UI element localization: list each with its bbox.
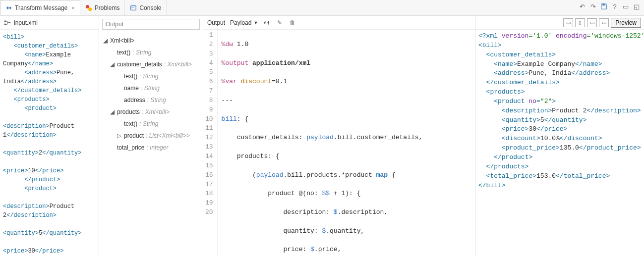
svg-rect-3 [132, 7, 134, 7]
help-icon[interactable]: ? [610, 2, 619, 11]
problems-icon [85, 4, 92, 11]
code-toolbar: Output Payload ▼ ✎ 🗑 [203, 16, 475, 30]
tab-label: Problems [95, 4, 120, 11]
layout-toggle-4[interactable]: ▭ [599, 18, 609, 27]
redo-icon[interactable]: ↷ [588, 2, 597, 11]
input-xml-content[interactable]: <bill> <customer_details> <name>Example … [0, 30, 99, 257]
layout-toggle-1[interactable]: ▭ [563, 18, 573, 27]
svg-rect-5 [4, 20, 6, 22]
save-icon[interactable] [599, 2, 608, 11]
value: Product 2 [552, 107, 586, 114]
input-filename: input.xml [14, 19, 38, 26]
preview-content[interactable]: <?xml version='1.0' encoding='windows-12… [475, 30, 644, 257]
layout-toggle-2[interactable]: ▯ [575, 18, 585, 27]
tree-node[interactable]: text(): String [103, 70, 201, 82]
output-label: Output [207, 19, 225, 26]
svg-rect-6 [4, 23, 6, 25]
payload-dropdown[interactable]: Payload ▼ [230, 19, 258, 26]
value: 10.0% [540, 135, 560, 142]
tree-node-products[interactable]: ◢products: Xml<bill> [103, 106, 201, 118]
svg-rect-2 [131, 5, 136, 10]
tab-label: Console [139, 4, 161, 11]
output-tree[interactable]: ◢Xml<bill> text(): String ◢customer_deta… [99, 33, 203, 257]
tab-label: Transform Message [15, 4, 67, 11]
minimize-icon[interactable]: ▭ [621, 2, 630, 11]
code-content[interactable]: %dw 1.0 %output application/xml %var dis… [218, 30, 475, 257]
tree-root[interactable]: ◢Xml<bill> [103, 35, 201, 47]
tab-console[interactable]: Console [125, 0, 167, 15]
value: Example Company [517, 60, 575, 68]
console-icon [130, 4, 137, 11]
tree-node[interactable]: total_price: Integer [103, 142, 201, 154]
input-xml-header: input.xml [0, 16, 99, 30]
tab-transform-message[interactable]: Transform Message × [0, 0, 80, 15]
svg-point-1 [88, 7, 92, 11]
maximize-icon[interactable]: ◱ [632, 2, 641, 11]
tree-node[interactable]: address: String [103, 94, 201, 106]
tree-node-customer-details[interactable]: ◢customer_details: Xml<bill> [103, 58, 201, 70]
undo-icon[interactable]: ↶ [578, 2, 586, 11]
value: 5 [540, 116, 544, 124]
tree-node[interactable]: name: String [103, 82, 201, 94]
chevron-down-icon: ▼ [253, 20, 258, 25]
add-target-icon[interactable] [263, 19, 271, 27]
edit-icon[interactable]: ✎ [276, 19, 284, 27]
close-icon[interactable]: × [71, 5, 74, 11]
svg-rect-7 [9, 22, 11, 23]
preview-panel: ▭ ▯ ▭ ▭ Preview <?xml version='1.0' enco… [475, 16, 644, 257]
output-tree-panel: ◢Xml<bill> text(): String ◢customer_deta… [99, 16, 203, 257]
mapping-icon [4, 19, 11, 26]
svg-point-0 [86, 4, 89, 8]
preview-toolbar: ▭ ▯ ▭ ▭ Preview [475, 16, 644, 30]
value: 10 [28, 167, 35, 174]
code-editor[interactable]: 1234567891011121314151617181920 %dw 1.0 … [203, 30, 475, 257]
preview-button[interactable]: Preview [611, 18, 641, 28]
tree-node[interactable]: text(): String [103, 47, 201, 58]
transform-icon [5, 4, 12, 11]
value: 30 [28, 248, 35, 255]
tab-problems[interactable]: Problems [80, 0, 125, 15]
value: 30 [528, 125, 536, 133]
tree-node[interactable]: text(): String [103, 118, 201, 130]
value: 153.0 [536, 172, 556, 180]
dataweave-editor-panel: Output Payload ▼ ✎ 🗑 1234567891011121314… [203, 16, 475, 257]
svg-rect-4 [602, 4, 604, 6]
value: 135.0 [560, 144, 579, 152]
line-gutter: 1234567891011121314151617181920 [203, 30, 218, 257]
input-xml-panel: input.xml <bill> <customer_details> <nam… [0, 16, 99, 257]
tree-node-product[interactable]: ▷product: List<Xml<bill>> [103, 130, 201, 142]
delete-icon[interactable]: 🗑 [289, 19, 296, 27]
dropdown-label: Payload [230, 19, 251, 26]
editor-tab-bar: Transform Message × Problems Console ↶ ↷… [0, 0, 644, 16]
value: Pune, India [528, 69, 571, 77]
toolbar-right: ↶ ↷ ? ▭ ◱ [578, 2, 641, 11]
layout-toggle-3[interactable]: ▭ [587, 18, 597, 27]
output-search[interactable] [102, 19, 200, 30]
